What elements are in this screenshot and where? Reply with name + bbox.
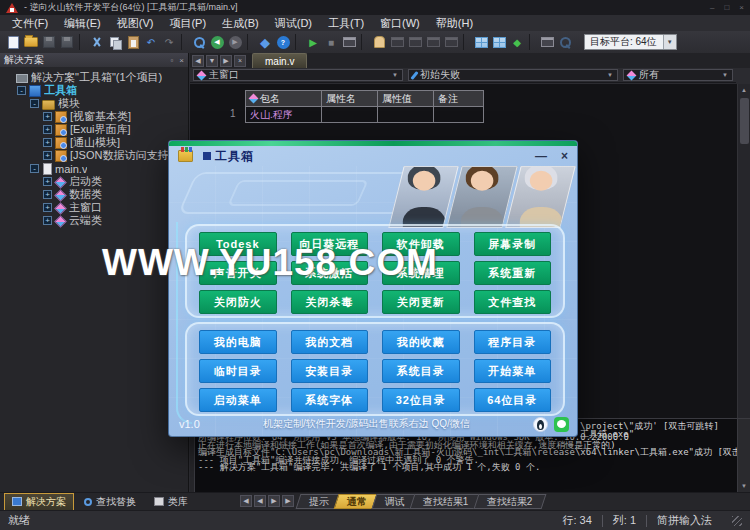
wechat-icon[interactable] xyxy=(554,417,569,432)
undo-icon[interactable]: ↶ xyxy=(143,34,159,50)
method-combo[interactable]: 初始失败 ▼ xyxy=(408,69,618,81)
hand-tool-icon[interactable] xyxy=(371,34,387,50)
scrollbar-thumb[interactable] xyxy=(740,98,749,144)
open-folder-icon[interactable] xyxy=(23,34,39,50)
resize-grip-icon[interactable] xyxy=(732,516,742,526)
dialog-title-bar[interactable]: 工具箱 — × xyxy=(169,146,577,166)
stop-icon[interactable]: ■ xyxy=(323,34,339,50)
output-tab-4[interactable]: 查找结果2 xyxy=(473,494,545,509)
tree-toggle-icon[interactable]: + xyxy=(43,216,52,225)
dock-tab-0[interactable]: 解决方案 xyxy=(4,493,74,511)
tree-toggle-icon[interactable]: - xyxy=(17,86,26,95)
layers-icon[interactable]: ◆ xyxy=(509,34,525,50)
tree-item-1[interactable]: -工具箱 xyxy=(0,84,188,97)
tree-toggle-icon[interactable]: + xyxy=(43,125,52,134)
window-close-button[interactable]: × xyxy=(739,3,744,12)
window-3-icon[interactable] xyxy=(425,34,441,50)
menu-item-8[interactable]: 帮助(H) xyxy=(428,15,481,32)
menu-item-5[interactable]: 调试(D) xyxy=(267,15,320,32)
menu-item-0[interactable]: 文件(F) xyxy=(4,15,56,32)
blue-button-0[interactable]: 我的电脑 xyxy=(199,330,277,354)
pin-icon[interactable]: ▫ xyxy=(170,56,173,65)
green-button-3[interactable]: 屏幕录制 xyxy=(474,232,552,256)
blue-button-11[interactable]: 64位目录 xyxy=(474,388,552,412)
output-nav-button-2[interactable]: ▶ xyxy=(268,495,280,507)
find-icon[interactable] xyxy=(191,34,207,50)
tree-toggle-icon[interactable]: + xyxy=(43,112,52,121)
tab-nav-button-2[interactable]: ▶ xyxy=(220,55,232,67)
help-icon[interactable]: ? xyxy=(275,34,291,50)
tab-main-v[interactable]: main.v xyxy=(252,53,307,68)
window-maximize-button[interactable]: □ xyxy=(724,3,729,12)
tree-toggle-icon[interactable]: + xyxy=(43,203,52,212)
menu-item-4[interactable]: 生成(B) xyxy=(214,15,267,32)
blue-button-6[interactable]: 系统目录 xyxy=(382,359,460,383)
chevron-down-icon[interactable]: ▼ xyxy=(392,72,398,78)
dock-tab-1[interactable]: 查找替换 xyxy=(76,493,144,511)
save-all-icon[interactable] xyxy=(59,34,75,50)
copy-icon[interactable] xyxy=(107,34,123,50)
paste-icon[interactable] xyxy=(125,34,141,50)
table-row[interactable]: 火山.程序 xyxy=(246,107,484,123)
table-cell[interactable] xyxy=(378,107,434,123)
output-nav-button-0[interactable]: ◀ xyxy=(240,495,252,507)
cut-icon[interactable] xyxy=(89,34,105,50)
class-combo[interactable]: 主窗口 ▼ xyxy=(193,69,403,81)
filter-combo[interactable]: 所有 ▼ xyxy=(623,69,733,81)
tree-toggle-icon[interactable]: - xyxy=(30,164,39,173)
window-2-icon[interactable] xyxy=(407,34,423,50)
tree-item-0[interactable]: 解决方案"工具箱"(1个项目) xyxy=(0,71,188,84)
dock-tab-2[interactable]: 类库 xyxy=(146,493,196,511)
save-icon[interactable] xyxy=(41,34,57,50)
layout-icon[interactable] xyxy=(491,34,507,50)
menu-item-6[interactable]: 工具(T) xyxy=(320,15,372,32)
log-vertical-scrollbar[interactable]: ▼ xyxy=(737,419,750,492)
dialog-minimize-button[interactable]: — xyxy=(535,150,547,162)
scroll-up-icon[interactable]: ▲ xyxy=(738,84,750,96)
chevron-down-icon[interactable]: ▼ xyxy=(722,72,728,78)
blue-button-8[interactable]: 启动菜单 xyxy=(199,388,277,412)
green-button-10[interactable]: 关闭更新 xyxy=(382,290,460,314)
dialog-close-button[interactable]: × xyxy=(561,150,568,162)
tree-toggle-icon[interactable]: + xyxy=(43,177,52,186)
new-file-icon[interactable] xyxy=(5,34,21,50)
debug-window-icon[interactable] xyxy=(341,34,357,50)
statistics-icon[interactable] xyxy=(473,34,489,50)
target-platform-combo[interactable]: 目标平台: 64位 ▼ xyxy=(584,34,677,50)
navigate-back-icon[interactable]: ◀ xyxy=(209,34,225,50)
chevron-down-icon[interactable]: ▼ xyxy=(607,72,613,78)
chevron-down-icon[interactable]: ▼ xyxy=(663,35,676,49)
output-tab-3[interactable]: 查找结果1 xyxy=(410,494,482,509)
zoom-tool-icon[interactable] xyxy=(557,34,573,50)
output-nav-button-3[interactable]: ▶ xyxy=(282,495,294,507)
blue-button-2[interactable]: 我的收藏 xyxy=(382,330,460,354)
table-cell[interactable]: 火山.程序 xyxy=(246,107,322,123)
table-cell[interactable] xyxy=(322,107,378,123)
menu-item-3[interactable]: 项目(P) xyxy=(161,15,214,32)
tree-item-11[interactable]: +云端类 xyxy=(0,214,188,227)
tree-toggle-icon[interactable]: + xyxy=(43,138,52,147)
scroll-down-icon[interactable]: ▼ xyxy=(738,480,750,492)
qq-icon[interactable] xyxy=(533,417,548,432)
blue-button-7[interactable]: 开始菜单 xyxy=(474,359,552,383)
build-icon[interactable]: ◆ xyxy=(257,34,273,50)
green-button-9[interactable]: 关闭杀毒 xyxy=(291,290,369,314)
blue-button-5[interactable]: 安装目录 xyxy=(291,359,369,383)
tree-item-6[interactable]: +[JSON数据访问支持] xyxy=(0,149,188,162)
green-button-7[interactable]: 系统重新 xyxy=(474,261,552,285)
properties-window-icon[interactable] xyxy=(539,34,555,50)
tab-nav-button-1[interactable]: ▼ xyxy=(206,55,218,67)
editor-vertical-scrollbar[interactable]: ▲ xyxy=(737,84,750,418)
green-button-8[interactable]: 关闭防火 xyxy=(199,290,277,314)
navigate-forward-icon[interactable]: ▶ xyxy=(227,34,243,50)
tab-nav-button-3[interactable]: × xyxy=(234,55,246,67)
close-icon[interactable]: × xyxy=(179,56,184,65)
tree-toggle-icon[interactable]: - xyxy=(30,99,39,108)
tree-toggle-icon[interactable]: + xyxy=(43,190,52,199)
output-nav-button-1[interactable]: ◀ xyxy=(254,495,266,507)
blue-button-9[interactable]: 系统字体 xyxy=(291,388,369,412)
window-4-icon[interactable] xyxy=(443,34,459,50)
window-1-icon[interactable] xyxy=(389,34,405,50)
menu-item-7[interactable]: 窗口(W) xyxy=(372,15,428,32)
blue-button-10[interactable]: 32位目录 xyxy=(382,388,460,412)
